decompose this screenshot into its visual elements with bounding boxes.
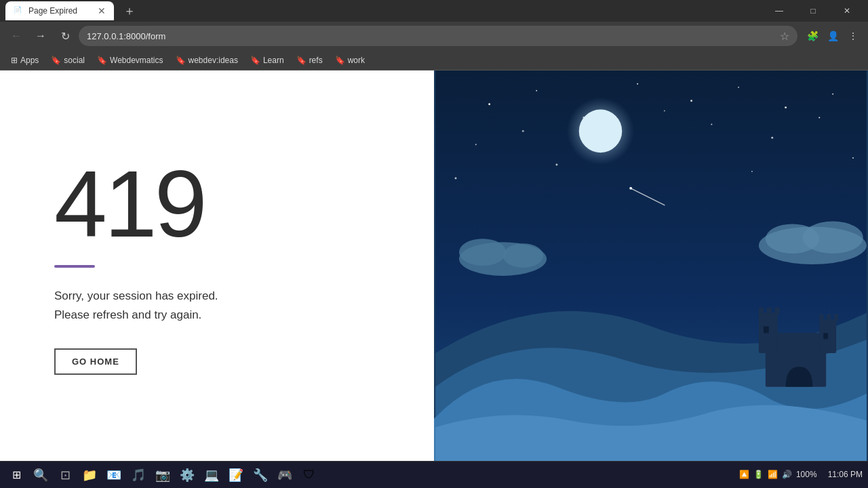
profile-icon[interactable]: 👤 — [823, 26, 842, 45]
refs-icon: 🔖 — [296, 56, 307, 65]
window-controls: — □ ✕ — [764, 1, 863, 20]
bookmark-star-icon[interactable]: ☆ — [780, 30, 789, 43]
minimize-button[interactable]: — — [764, 1, 795, 20]
taskbar-music[interactable]: 🎵 — [127, 464, 149, 486]
address-bar[interactable]: 127.0.0.1:8000/form ☆ — [79, 26, 797, 46]
svg-rect-36 — [819, 314, 823, 321]
svg-point-13 — [818, 117, 820, 119]
svg-rect-37 — [827, 314, 831, 321]
tray-icon-1: 🔼 — [739, 470, 749, 479]
taskbar-mail[interactable]: 📧 — [103, 464, 125, 486]
nav-icons: 🧩 👤 ⋮ — [803, 26, 863, 45]
svg-point-25 — [459, 239, 507, 266]
svg-point-29 — [802, 221, 863, 253]
bookmark-work-label: work — [348, 56, 365, 65]
svg-rect-35 — [775, 308, 780, 314]
zoom-level: 100% — [796, 470, 817, 479]
right-panel — [434, 70, 868, 461]
error-line1: Sorry, your session has expired. — [54, 287, 380, 305]
menu-icon[interactable]: ⋮ — [844, 26, 863, 45]
address-text: 127.0.0.1:8000/form — [87, 31, 774, 41]
extensions-icon[interactable]: 🧩 — [803, 26, 822, 45]
bookmark-webdevmatics-label: Webdevmatics — [110, 56, 163, 65]
svg-point-18 — [555, 164, 557, 166]
svg-rect-34 — [767, 308, 772, 314]
taskbar-start-button[interactable]: ⊞ — [5, 464, 27, 486]
taskbar: ⊞ 🔍 ⊡ 📁 📧 🎵 📷 ⚙️ 💻 📝 🔧 🎮 🛡 🔼 🔋 📶 🔊 100% … — [0, 461, 868, 488]
bookmark-refs[interactable]: 🔖 refs — [291, 54, 328, 66]
svg-point-9 — [475, 144, 477, 145]
forward-button[interactable]: → — [30, 25, 52, 47]
taskbar-tools[interactable]: 🔧 — [250, 464, 271, 486]
bookmark-social[interactable]: 🔖 social — [45, 54, 90, 66]
bookmark-refs-label: refs — [309, 56, 323, 65]
taskbar-right: 🔼 🔋 📶 🔊 100% 11:06 PM — [739, 469, 863, 481]
bookmark-webdevideas-label: webdev:ideas — [189, 56, 238, 65]
go-home-button[interactable]: GO HOME — [54, 348, 137, 375]
svg-point-23 — [629, 187, 632, 190]
title-bar: 📄 Page Expired ✕ ＋ — □ ✕ — [0, 0, 868, 22]
battery-icon: 🔋 — [753, 470, 764, 479]
taskbar-settings[interactable]: ⚙️ — [176, 464, 198, 486]
svg-point-14 — [664, 110, 665, 112]
wifi-icon: 📶 — [768, 470, 778, 479]
svg-point-2 — [536, 90, 537, 92]
svg-point-10 — [522, 130, 524, 132]
webdevideas-icon: 🔖 — [176, 56, 186, 65]
back-button[interactable]: ← — [5, 25, 27, 47]
bookmark-learn-label: Learn — [263, 56, 284, 65]
webdevmatics-icon: 🔖 — [97, 56, 107, 65]
reload-button[interactable]: ↻ — [54, 25, 76, 47]
taskbar-notepad[interactable]: 📝 — [225, 464, 247, 486]
page-content: 419 Sorry, your session has expired. Ple… — [0, 70, 868, 461]
tab-close-button[interactable]: ✕ — [98, 6, 106, 16]
bookmark-webdevmatics[interactable]: 🔖 Webdevmatics — [92, 54, 168, 66]
taskbar-game[interactable]: 🎮 — [274, 464, 296, 486]
taskbar-terminal[interactable]: 💻 — [201, 464, 222, 486]
svg-point-17 — [751, 171, 753, 172]
svg-point-8 — [832, 94, 833, 95]
tab-title: Page Expired — [28, 6, 77, 16]
bookmark-work[interactable]: 🔖 work — [330, 54, 370, 66]
nav-bar: ← → ↻ 127.0.0.1:8000/form ☆ 🧩 👤 ⋮ — [0, 22, 868, 50]
bookmark-apps-label: Apps — [20, 56, 39, 65]
svg-rect-40 — [823, 333, 828, 339]
svg-point-4 — [637, 83, 638, 85]
svg-point-7 — [785, 106, 787, 108]
taskbar-photos[interactable]: 📷 — [152, 464, 174, 486]
taskbar-task-view[interactable]: ⊡ — [54, 464, 76, 486]
tab-favicon: 📄 — [14, 6, 23, 16]
error-code: 419 — [54, 157, 380, 251]
clock: 11:06 PM — [828, 469, 863, 481]
social-bookmark-icon: 🔖 — [51, 56, 61, 65]
svg-point-5 — [690, 100, 692, 102]
taskbar-search-icon[interactable]: 🔍 — [30, 464, 52, 486]
error-message: Sorry, your session has expired. Please … — [54, 287, 380, 323]
svg-point-6 — [738, 87, 739, 88]
bookmark-learn[interactable]: 🔖 Learn — [245, 54, 290, 66]
svg-point-16 — [852, 157, 854, 159]
svg-point-11 — [711, 123, 712, 125]
left-panel: 419 Sorry, your session has expired. Ple… — [0, 70, 434, 461]
svg-point-26 — [503, 243, 544, 268]
learn-icon: 🔖 — [250, 56, 260, 65]
error-line2: Please refresh and try again. — [54, 306, 380, 324]
divider — [54, 265, 95, 268]
active-tab[interactable]: 📄 Page Expired ✕ — [5, 1, 114, 20]
maximize-button[interactable]: □ — [797, 1, 829, 20]
apps-icon: ⊞ — [11, 56, 18, 65]
taskbar-security[interactable]: 🛡 — [298, 464, 320, 486]
svg-point-12 — [771, 137, 773, 139]
bookmark-apps[interactable]: ⊞ Apps — [5, 54, 44, 66]
browser-frame: 📄 Page Expired ✕ ＋ — □ ✕ ← → ↻ 127.0.0.1… — [0, 0, 868, 488]
svg-point-15 — [455, 177, 457, 179]
bookmark-webdevideas[interactable]: 🔖 webdev:ideas — [170, 54, 243, 66]
svg-point-21 — [579, 110, 623, 153]
taskbar-file-explorer[interactable]: 📁 — [79, 464, 100, 486]
volume-icon: 🔊 — [782, 470, 792, 479]
new-tab-button[interactable]: ＋ — [119, 3, 140, 19]
svg-rect-31 — [759, 313, 778, 354]
bookmark-social-label: social — [64, 56, 85, 65]
close-button[interactable]: ✕ — [831, 1, 863, 20]
night-illustration — [434, 70, 868, 461]
